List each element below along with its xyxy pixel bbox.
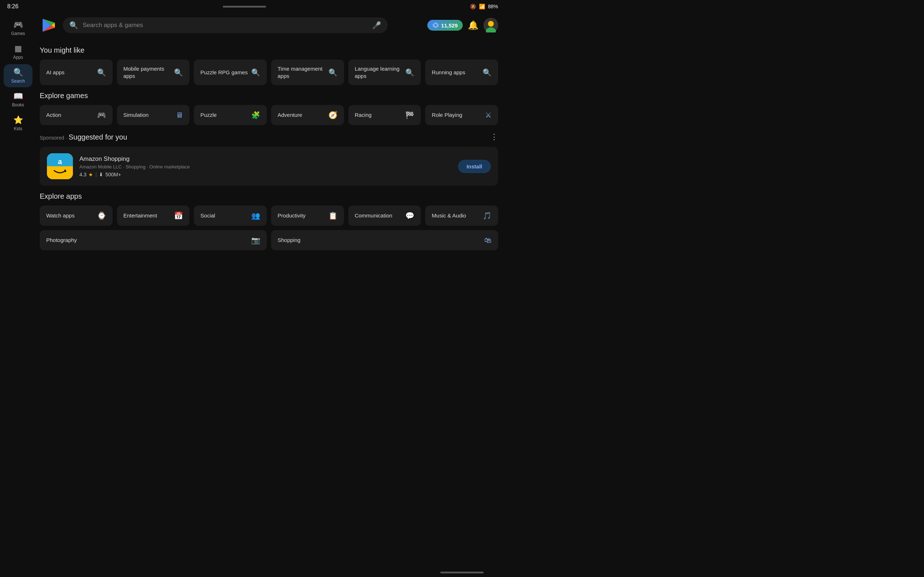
card-photography[interactable]: Photography 📷 (40, 230, 267, 250)
bell-icon[interactable]: 🔔 (468, 20, 478, 30)
sidebar-item-search[interactable]: 🔍 Search (3, 64, 32, 87)
gem-icon (432, 22, 439, 29)
avatar[interactable] (484, 18, 498, 32)
search-bar[interactable]: 🔍 Search apps & games 🎤 (63, 17, 388, 33)
suggested-section: Sponsored · Suggested for you ⋮ (40, 132, 498, 186)
meta-separator-2: · (147, 164, 149, 169)
card-productivity-icon: 📋 (328, 211, 338, 220)
card-watch-apps-label: Watch apps (46, 212, 75, 219)
card-adventure[interactable]: Adventure 🧭 (271, 105, 344, 125)
dot-separator: · (66, 135, 69, 141)
card-social[interactable]: Social 👥 (194, 206, 267, 226)
install-button[interactable]: Install (458, 160, 491, 173)
card-watch-apps[interactable]: Watch apps ⌚ (40, 206, 113, 226)
gems-count: 11,529 (441, 23, 458, 29)
card-photography-icon: 📷 (251, 236, 260, 245)
kids-icon: ⭐ (13, 115, 23, 125)
app-rating: 4.3 ★ | ⬇ 500M+ (79, 172, 452, 177)
explore-games-cards: Action 🎮 Simulation 🖥 Puzzle 🧩 Adventure… (40, 105, 498, 125)
card-time-management-label: Time management apps (278, 65, 326, 79)
card-mobile-payments[interactable]: Mobile payments apps 🔍 (117, 60, 190, 85)
play-logo (40, 16, 57, 34)
card-racing-icon: 🏁 (405, 111, 414, 119)
card-entertainment[interactable]: Entertainment 📅 (117, 206, 190, 226)
explore-games-title: Explore games (40, 92, 498, 100)
sidebar-item-books[interactable]: 📖 Books (3, 88, 32, 111)
card-music-audio[interactable]: Music & Audio 🎵 (425, 206, 498, 226)
app-subcategory: Online marketplace (149, 164, 190, 169)
card-simulation-label: Simulation (123, 111, 149, 119)
explore-apps-section: Explore apps Watch apps ⌚ Entertainment … (40, 192, 498, 250)
card-productivity-label: Productivity (278, 212, 306, 219)
card-music-audio-icon: 🎵 (483, 211, 492, 220)
app-info: Amazon Shopping Amazon Mobile LLC · Shop… (79, 155, 452, 177)
install-count-icon: ⬇ (99, 172, 103, 177)
card-running-apps-icon: 🔍 (483, 68, 492, 77)
header: 🔍 Search apps & games 🎤 11,529 🔔 (40, 13, 498, 40)
suggested-title: Suggested for you (69, 133, 127, 141)
card-mobile-payments-label: Mobile payments apps (123, 65, 171, 79)
apps-icon: ▦ (15, 44, 22, 53)
install-count: 500M+ (105, 172, 121, 177)
card-shopping[interactable]: Shopping 🛍 (271, 230, 498, 250)
card-running-apps-label: Running apps (432, 69, 465, 76)
card-shopping-label: Shopping (278, 237, 300, 244)
app-developer: Amazon Mobile LLC (79, 164, 122, 169)
status-bar: 8:26 🔕 📶 88% (0, 0, 505, 13)
amazon-app-card[interactable]: a Amazon Shopping Amazon Mobile LLC · Sh… (40, 147, 498, 186)
card-time-management-icon: 🔍 (328, 68, 338, 77)
card-language-learning[interactable]: Language learning apps 🔍 (348, 60, 421, 85)
more-options-icon[interactable]: ⋮ (490, 132, 498, 142)
card-ai-apps[interactable]: AI apps 🔍 (40, 60, 113, 85)
card-adventure-label: Adventure (278, 111, 302, 119)
explore-apps-grid: Watch apps ⌚ Entertainment 📅 Social 👥 Pr… (40, 206, 498, 250)
you-might-like-section: You might like AI apps 🔍 Mobile payments… (40, 46, 498, 85)
content-area: 🔍 Search apps & games 🎤 11,529 🔔 (36, 13, 505, 258)
battery-icon: 88% (488, 3, 498, 10)
card-productivity[interactable]: Productivity 📋 (271, 206, 344, 226)
sidebar-item-kids[interactable]: ⭐ Kids (3, 112, 32, 135)
card-action[interactable]: Action 🎮 (40, 105, 113, 125)
card-mobile-payments-icon: 🔍 (174, 68, 183, 77)
you-might-like-title: You might like (40, 46, 498, 55)
you-might-like-cards: AI apps 🔍 Mobile payments apps 🔍 Puzzle … (40, 60, 498, 85)
card-role-playing[interactable]: Role Playing ⚔ (425, 105, 498, 125)
card-music-audio-label: Music & Audio (432, 212, 466, 219)
sidebar-label-search: Search (11, 79, 25, 84)
explore-apps-title: Explore apps (40, 192, 498, 200)
card-racing[interactable]: Racing 🏁 (348, 105, 421, 125)
card-puzzle-label: Puzzle (200, 111, 216, 119)
status-notch (223, 6, 266, 8)
rating-separator: | (95, 172, 97, 177)
app-category: Shopping (126, 164, 145, 169)
card-entertainment-icon: 📅 (174, 211, 183, 220)
sidebar-item-games[interactable]: 🎮 Games (3, 16, 32, 40)
svg-text:a: a (58, 158, 62, 166)
card-photography-label: Photography (46, 237, 77, 244)
card-time-management[interactable]: Time management apps 🔍 (271, 60, 344, 85)
sidebar-item-apps[interactable]: ▦ Apps (3, 40, 32, 63)
card-puzzle-rpg[interactable]: Puzzle RPG games 🔍 (194, 60, 267, 85)
star-icon: ★ (89, 172, 93, 177)
header-right: 11,529 🔔 (427, 18, 498, 32)
card-communication[interactable]: Communication 💬 (348, 206, 421, 226)
mic-icon[interactable]: 🎤 (372, 21, 381, 29)
suggested-header: Sponsored · Suggested for you ⋮ (40, 132, 498, 142)
card-ai-apps-label: AI apps (46, 69, 65, 76)
card-racing-label: Racing (355, 111, 372, 119)
card-social-icon: 👥 (251, 211, 260, 220)
gems-badge[interactable]: 11,529 (427, 20, 463, 31)
app-meta: Amazon Mobile LLC · Shopping · Online ma… (79, 164, 452, 169)
card-puzzle-rpg-label: Puzzle RPG games (200, 69, 247, 76)
card-simulation-icon: 🖥 (176, 111, 183, 119)
search-input[interactable]: Search apps & games (82, 22, 368, 29)
card-puzzle[interactable]: Puzzle 🧩 (194, 105, 267, 125)
card-simulation[interactable]: Simulation 🖥 (117, 105, 190, 125)
explore-apps-row2: Photography 📷 Shopping 🛍 (40, 230, 498, 250)
card-puzzle-rpg-icon: 🔍 (251, 68, 260, 77)
mute-icon: 🔕 (470, 3, 476, 10)
suggested-title-group: Sponsored · Suggested for you (40, 133, 127, 141)
card-running-apps[interactable]: Running apps 🔍 (425, 60, 498, 85)
explore-apps-row1: Watch apps ⌚ Entertainment 📅 Social 👥 Pr… (40, 206, 498, 226)
card-shopping-icon: 🛍 (485, 236, 492, 245)
